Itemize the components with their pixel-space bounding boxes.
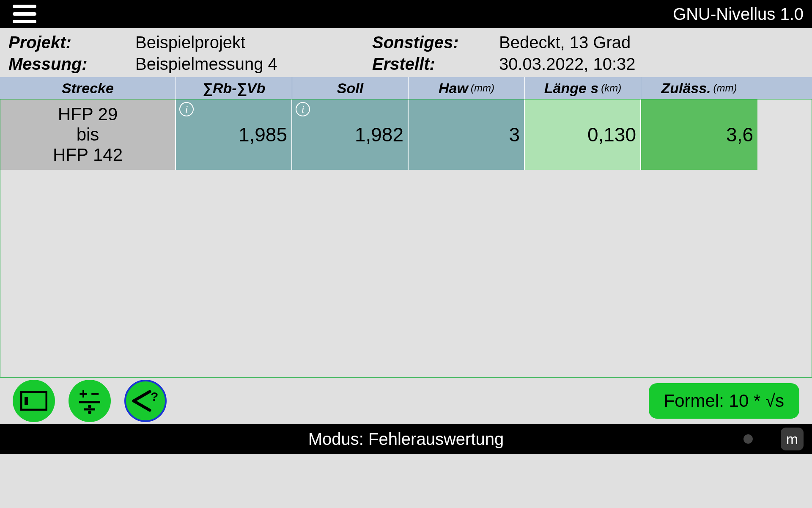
top-bar: GNU-Nivellus 1.0	[0, 0, 812, 28]
measurement-value: Beispielmessung 4	[135, 55, 372, 74]
svg-point-6	[88, 411, 91, 414]
svg-text:+: +	[79, 386, 88, 402]
svg-text:?: ?	[151, 389, 158, 403]
data-area: HFP 29 bis HFP 142 i 1,985 i 1,982 3 0,1…	[0, 99, 812, 378]
screen-icon-button[interactable]	[13, 380, 55, 422]
svg-point-5	[88, 405, 91, 408]
col-haw: Haw(mm)	[408, 77, 524, 99]
cell-soll[interactable]: i 1,982	[292, 99, 409, 170]
col-strecke: Strecke	[0, 77, 176, 99]
app-title: GNU-Nivellus 1.0	[673, 5, 804, 24]
col-rbvb: ∑Rb-∑Vb	[176, 77, 292, 99]
other-label: Sonstiges:	[372, 33, 499, 52]
info-icon[interactable]: i	[296, 102, 310, 116]
svg-rect-1	[25, 397, 28, 405]
other-value: Bedeckt, 13 Grad	[499, 33, 804, 52]
meta-panel: Projekt: Beispielprojekt Sonstiges: Bede…	[0, 28, 812, 77]
screen-icon	[20, 391, 47, 411]
svg-text:−: −	[91, 386, 99, 402]
mode-label: Modus: Fehlerauswertung	[308, 430, 504, 449]
m-button[interactable]: m	[781, 428, 804, 450]
status-dot-icon	[743, 434, 753, 444]
project-value: Beispielprojekt	[135, 33, 372, 52]
table-row[interactable]: HFP 29 bis HFP 142 i 1,985 i 1,982 3 0,1…	[0, 99, 812, 170]
col-zulass: Zuläss.(mm)	[641, 77, 757, 99]
measurement-label: Messung:	[8, 55, 135, 74]
bottom-toolbar: + − ? Formel: 10 * √s	[0, 378, 812, 424]
cell-laenge: 0,130	[525, 99, 641, 170]
plus-minus-divide-icon: + −	[75, 386, 104, 416]
formula-button[interactable]: Formel: 10 * √s	[649, 383, 799, 419]
less-than-question-button[interactable]: ?	[124, 380, 167, 422]
status-bar: Modus: Fehlerauswertung m	[0, 424, 812, 454]
cell-haw: 3	[409, 99, 525, 170]
table-header: Strecke ∑Rb-∑Vb Soll Haw(mm) Länge s(km)…	[0, 77, 812, 99]
col-laenge: Länge s(km)	[524, 77, 641, 99]
created-value: 30.03.2022, 10:32	[499, 55, 804, 74]
menu-icon[interactable]	[13, 5, 36, 23]
created-label: Erstellt:	[372, 55, 499, 74]
plus-minus-divide-button[interactable]: + −	[69, 380, 111, 422]
cell-strecke: HFP 29 bis HFP 142	[0, 99, 176, 170]
cell-rbvb[interactable]: i 1,985	[176, 99, 292, 170]
col-soll: Soll	[292, 77, 408, 99]
project-label: Projekt:	[8, 33, 135, 52]
less-than-question-icon: ?	[129, 388, 162, 414]
cell-zulass: 3,6	[641, 99, 757, 170]
info-icon[interactable]: i	[179, 102, 194, 116]
